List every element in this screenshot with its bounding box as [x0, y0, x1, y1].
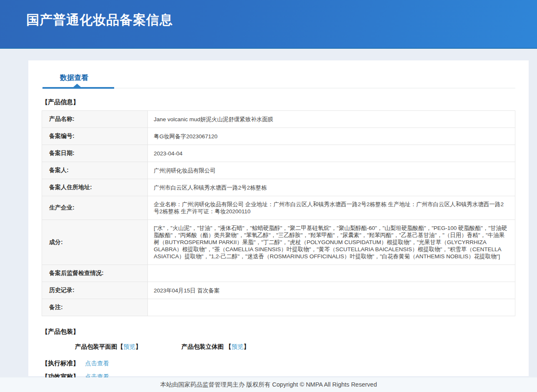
field-value-filing-number: 粤G妆网备字2023067120 [148, 128, 515, 145]
bracket-open: 【 [225, 343, 232, 350]
bracket-close: 】 [135, 343, 142, 350]
table-row-manufacturer: 生产企业: 企业名称：广州润研化妆品有限公司 企业地址：广州市白云区人和镇秀水塘… [42, 196, 515, 220]
packaging-flat-group: 产品包装平面图【预览】 [75, 343, 143, 350]
field-label-filing-date: 备案日期: [42, 145, 148, 162]
execution-standard-view-link[interactable]: 点击查看 [85, 360, 109, 367]
table-row-product-name: 产品名称: Jane volcanic mud妍泥火山泥舒缓紧致补水面膜 [42, 111, 515, 128]
field-label-remarks: 备注: [42, 299, 148, 316]
product-info-table: 产品名称: Jane volcanic mud妍泥火山泥舒缓紧致补水面膜 备案编… [42, 110, 515, 316]
bracket-open: 【 [117, 343, 124, 350]
field-label-filing-number: 备案编号: [42, 128, 148, 145]
table-row-history: 历史记录: 2023年04月15日 首次备案 [42, 282, 515, 299]
copyright-text: 本站由国家药品监督管理局主办 版权所有 Copyright © NMPA All… [160, 381, 377, 388]
active-tab-underline [42, 87, 114, 89]
tab-bar: 数据查看 [42, 60, 515, 88]
table-row-remarks: 备注: [42, 299, 515, 316]
table-row-ingredients: 成分: ["水"，"火山泥"，"甘油"，"液体石蜡"，"鲸蜡硬脂醇"，"聚二甲基… [42, 220, 515, 265]
field-value-product-name: Jane volcanic mud妍泥火山泥舒缓紧致补水面膜 [148, 111, 515, 128]
field-value-filing-date: 2023-04-04 [148, 145, 515, 162]
field-label-history: 历史记录: [42, 282, 148, 299]
field-value-ingredients: ["水"，"火山泥"，"甘油"，"液体石蜡"，"鲸蜡硬脂醇"，"聚二甲基硅氧烷"… [148, 220, 515, 265]
field-value-history: 2023年04月15日 首次备案 [148, 282, 515, 299]
page-footer: 本站由国家药品监督管理局主办 版权所有 Copyright © NMPA All… [0, 377, 537, 392]
page-title: 国产普通化妆品备案信息 [0, 0, 537, 29]
field-label-manufacturer: 生产企业: [42, 196, 148, 220]
field-label-post-filing-supervision: 备案后监督检查情况: [42, 265, 148, 282]
execution-standard-line: 【执行标准】 点击查看 [28, 360, 529, 367]
field-value-manufacturer: 企业名称：广州润研化妆品有限公司 企业地址：广州市白云区人和镇秀水塘西一路2号2… [148, 196, 515, 220]
content-card: 数据查看 【产品信息】 产品名称: Jane volcanic mud妍泥火山泥… [28, 60, 529, 376]
field-label-filer: 备案人: [42, 162, 148, 179]
section-title-product-info: 【产品信息】 [42, 98, 529, 106]
section-title-execution-standard: 【执行标准】 [42, 360, 79, 367]
field-value-filer-address: 广州市白云区人和镇秀水塘西一路2号2栋整栋 [148, 179, 515, 196]
packaging-stereo-label: 产品包装立体图 [182, 343, 226, 350]
table-row-filing-date: 备案日期: 2023-04-04 [42, 145, 515, 162]
table-row-filer-address: 备案人住所地址: 广州市白云区人和镇秀水塘西一路2号2栋整栋 [42, 179, 515, 196]
packaging-stereo-group: 产品包装立体图 【预览】 [182, 343, 250, 350]
field-value-post-filing-supervision [148, 265, 515, 282]
section-title-packaging: 【产品包装】 [42, 328, 529, 336]
table-row-filing-number: 备案编号: 粤G妆网备字2023067120 [42, 128, 515, 145]
table-row-post-filing-supervision: 备案后监督检查情况: [42, 265, 515, 282]
field-label-product-name: 产品名称: [42, 111, 148, 128]
page-header: 国产普通化妆品备案信息 [0, 0, 537, 49]
field-label-ingredients: 成分: [42, 220, 148, 265]
active-tab-caret-icon [73, 84, 81, 87]
packaging-stereo-preview-link[interactable]: 预览 [232, 343, 244, 350]
field-value-remarks [148, 299, 515, 316]
table-row-filer: 备案人: 广州润研化妆品有限公司 [42, 162, 515, 179]
packaging-flat-preview-link[interactable]: 预览 [123, 343, 135, 350]
packaging-flat-label: 产品包装平面图 [75, 343, 117, 350]
field-value-filer: 广州润研化妆品有限公司 [148, 162, 515, 179]
packaging-line: 产品包装平面图【预览】 产品包装立体图 【预览】 [28, 343, 529, 351]
field-label-filer-address: 备案人住所地址: [42, 179, 148, 196]
bracket-close: 】 [244, 343, 250, 350]
